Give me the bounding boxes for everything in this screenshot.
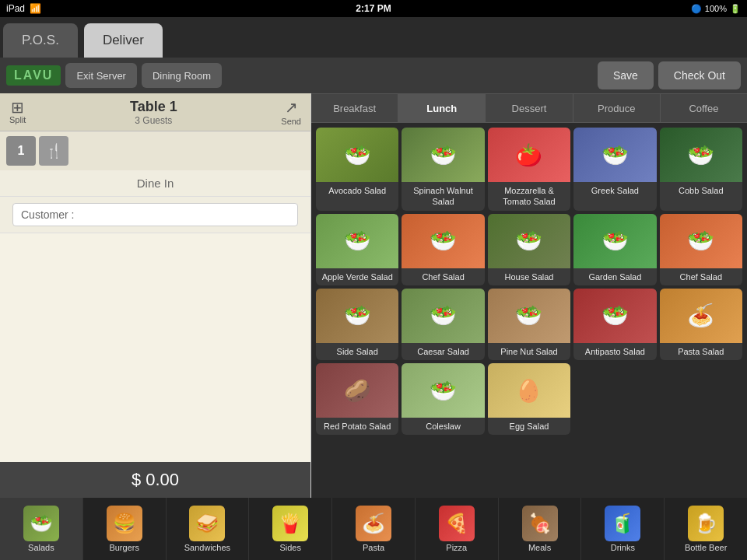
category-tab-breakfast[interactable]: Breakfast <box>311 94 398 122</box>
menu-item-label-garden-salad: Garden Salad <box>573 268 656 285</box>
dining-room-button[interactable]: Dining Room <box>142 63 222 88</box>
menu-item-label-side-salad: Side Salad <box>316 343 398 360</box>
device-label: iPad <box>6 3 25 14</box>
seat-utensil-tab[interactable]: 🍴 <box>39 136 68 166</box>
bottom-category-label-pizza: Pizza <box>446 543 467 552</box>
menu-item-label-coleslaw: Coleslaw <box>402 418 484 435</box>
menu-item-pasta-salad[interactable]: 🍝Pasta Salad <box>660 289 742 360</box>
menu-item-image-house-salad: 🥗 <box>488 214 570 268</box>
menu-item-label-pine-nut-salad: Pine Nut Salad <box>488 343 570 360</box>
bottom-category-pasta[interactable]: 🍝Pasta <box>332 498 416 560</box>
table-header: ⊞ Split Table 1 3 Guests ↗ Send <box>0 93 310 131</box>
category-tabs: BreakfastLunchDessertProduceCoffee <box>311 93 747 123</box>
tab-deliver[interactable]: Deliver <box>84 23 163 58</box>
menu-item-mozzarella-tomato-salad[interactable]: 🍅Mozzarella & Tomato Salad <box>488 128 570 211</box>
menu-item-image-coleslaw: 🥗 <box>402 363 484 418</box>
menu-item-image-pasta-salad: 🍝 <box>660 289 742 343</box>
category-tab-lunch[interactable]: Lunch <box>398 94 486 122</box>
bottom-category-icon-salads: 🥗 <box>23 506 59 541</box>
menu-item-side-salad[interactable]: 🥗Side Salad <box>316 289 398 360</box>
category-tab-coffee[interactable]: Coffee <box>661 94 747 122</box>
table-info: Table 1 3 Guests <box>26 99 281 126</box>
action-bar: LAVU Exit Server Dining Room Save Check … <box>0 58 747 93</box>
menu-item-image-chef-salad-2: 🥗 <box>660 214 742 268</box>
bottom-categories: 🥗Salads🍔Burgers🥪Sandwiches🍟Sides🍝Pasta🍕P… <box>0 498 747 560</box>
menu-item-antipasto-salad[interactable]: 🥗Antipasto Salad <box>573 289 656 360</box>
menu-item-image-chef-salad-1: 🥗 <box>402 214 484 268</box>
bottom-category-icon-sandwiches: 🥪 <box>189 506 225 541</box>
customer-input[interactable] <box>12 203 298 226</box>
menu-item-label-red-potato-salad: Red Potato Salad <box>316 418 398 435</box>
menu-item-coleslaw[interactable]: 🥗Coleslaw <box>402 363 484 435</box>
menu-item-label-cobb-salad: Cobb Salad <box>660 182 742 199</box>
exit-server-button[interactable]: Exit Server <box>65 63 137 88</box>
bottom-category-label-drinks: Drinks <box>611 543 635 552</box>
bottom-category-sandwiches[interactable]: 🥪Sandwiches <box>167 498 250 560</box>
menu-item-image-pine-nut-salad: 🥗 <box>488 289 570 343</box>
bottom-category-salads[interactable]: 🥗Salads <box>0 498 83 560</box>
bottom-category-sides[interactable]: 🍟Sides <box>249 498 332 560</box>
bottom-category-meals[interactable]: 🍖Meals <box>499 498 582 560</box>
menu-item-spinach-walnut-salad[interactable]: 🥗Spinach Walnut Salad <box>402 128 484 211</box>
table-name: Table 1 <box>26 99 281 115</box>
menu-item-image-cobb-salad: 🥗 <box>660 128 742 182</box>
tab-pos[interactable]: P.O.S. <box>3 23 78 58</box>
send-label: Send <box>281 117 301 126</box>
bottom-category-label-bottle-beer: Bottle Beer <box>685 543 727 552</box>
menu-item-image-avocado-salad: 🥗 <box>316 128 398 182</box>
dine-mode: Dine In <box>0 170 310 197</box>
send-button[interactable]: ↗ Send <box>281 98 301 126</box>
seat-tab-1[interactable]: 1 <box>6 136 36 166</box>
status-bar: iPad 📶 2:17 PM 🔵 100% 🔋 <box>0 0 747 17</box>
category-tab-dessert[interactable]: Dessert <box>486 94 573 122</box>
bottom-category-icon-pizza: 🍕 <box>439 506 475 541</box>
menu-item-cobb-salad[interactable]: 🥗Cobb Salad <box>660 128 742 211</box>
menu-item-caesar-salad[interactable]: 🥗Caesar Salad <box>402 289 484 360</box>
menu-item-label-avocado-salad: Avocado Salad <box>316 182 398 199</box>
bottom-category-label-pasta: Pasta <box>363 543 384 552</box>
menu-item-garden-salad[interactable]: 🥗Garden Salad <box>573 214 656 285</box>
battery-icon: 🔋 <box>730 4 741 14</box>
battery-label: 100% <box>705 4 727 13</box>
menu-item-greek-salad[interactable]: 🥗Greek Salad <box>573 128 656 211</box>
split-button[interactable]: ⊞ Split <box>9 100 26 124</box>
menu-item-image-antipasto-salad: 🥗 <box>573 289 656 343</box>
bottom-category-icon-drinks: 🧃 <box>605 506 640 541</box>
menu-item-avocado-salad[interactable]: 🥗Avocado Salad <box>316 128 398 211</box>
menu-item-image-caesar-salad: 🥗 <box>402 289 484 343</box>
bottom-category-pizza[interactable]: 🍕Pizza <box>416 498 499 560</box>
menu-item-label-caesar-salad: Caesar Salad <box>402 343 484 360</box>
bottom-category-icon-pasta: 🍝 <box>356 506 391 541</box>
menu-item-chef-salad-2[interactable]: 🥗Chef Salad <box>660 214 742 285</box>
category-tab-produce[interactable]: Produce <box>573 94 661 122</box>
menu-item-egg-salad[interactable]: 🥚Egg Salad <box>488 363 570 435</box>
bottom-category-bottle-beer[interactable]: 🍺Bottle Beer <box>665 498 747 560</box>
menu-item-pine-nut-salad[interactable]: 🥗Pine Nut Salad <box>488 289 570 360</box>
menu-item-label-pasta-salad: Pasta Salad <box>660 343 742 360</box>
save-button[interactable]: Save <box>598 61 654 89</box>
top-nav: P.O.S. Deliver <box>0 17 747 58</box>
menu-item-house-salad[interactable]: 🥗House Salad <box>488 214 570 285</box>
menu-item-image-apple-verde-salad: 🥗 <box>316 214 398 268</box>
lavu-logo: LAVU <box>6 65 61 86</box>
checkout-button[interactable]: Check Out <box>658 61 741 89</box>
menu-item-label-chef-salad-1: Chef Salad <box>402 268 484 285</box>
wifi-icon: 📶 <box>30 3 41 14</box>
right-panel: BreakfastLunchDessertProduceCoffee 🥗Avoc… <box>311 93 747 498</box>
bottom-category-drinks[interactable]: 🧃Drinks <box>581 498 665 560</box>
bottom-category-burgers[interactable]: 🍔Burgers <box>83 498 167 560</box>
menu-item-apple-verde-salad[interactable]: 🥗Apple Verde Salad <box>316 214 398 285</box>
menu-item-image-egg-salad: 🥚 <box>488 363 570 418</box>
menu-item-label-egg-salad: Egg Salad <box>488 418 570 435</box>
bottom-category-label-sides: Sides <box>279 543 301 552</box>
menu-item-label-chef-salad-2: Chef Salad <box>660 268 742 285</box>
left-panel: ⊞ Split Table 1 3 Guests ↗ Send 1 🍴 Dine… <box>0 93 311 498</box>
menu-item-red-potato-salad[interactable]: 🥔Red Potato Salad <box>316 363 398 435</box>
menu-item-chef-salad-1[interactable]: 🥗Chef Salad <box>402 214 484 285</box>
menu-item-image-garden-salad: 🥗 <box>573 214 656 268</box>
menu-item-label-greek-salad: Greek Salad <box>573 182 656 199</box>
menu-item-label-apple-verde-salad: Apple Verde Salad <box>316 268 398 285</box>
menu-item-label-spinach-walnut-salad: Spinach Walnut Salad <box>402 182 484 211</box>
menu-item-label-mozzarella-tomato-salad: Mozzarella & Tomato Salad <box>488 182 570 211</box>
menu-item-image-red-potato-salad: 🥔 <box>316 363 398 418</box>
